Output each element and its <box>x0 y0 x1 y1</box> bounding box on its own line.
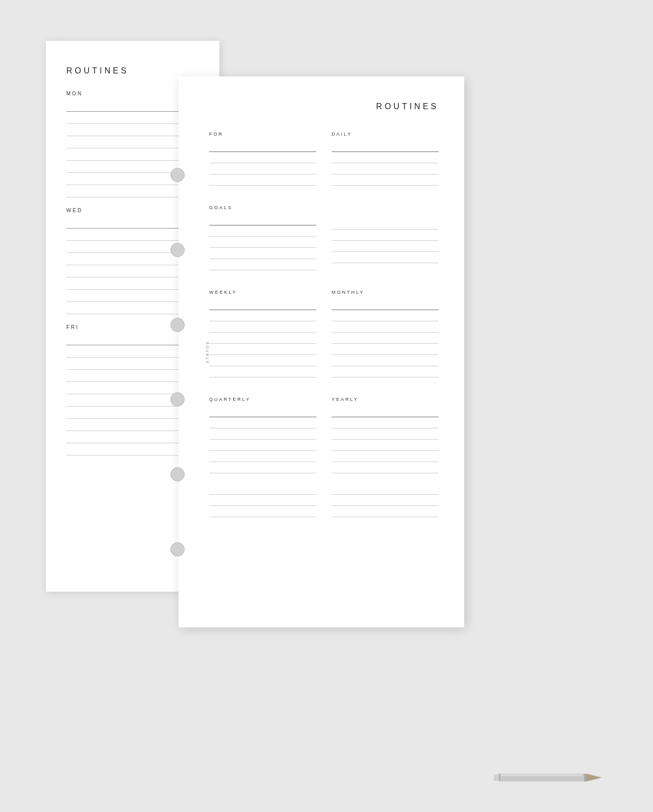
weekly-header-line <box>209 297 316 310</box>
line <box>209 259 316 270</box>
line <box>332 495 439 506</box>
line <box>332 451 439 462</box>
monthly-label: MONTHLY <box>332 290 439 295</box>
goals-col: GOALS <box>209 205 316 270</box>
section-for-daily: FOR DAILY <box>209 132 439 186</box>
section-quarterly-yearly: QUARTERLY YEARLY <box>209 397 439 473</box>
extra-lines-grid <box>209 484 439 517</box>
quarterly-label: QUARTERLY <box>209 397 316 402</box>
line <box>332 241 439 252</box>
line <box>209 333 316 344</box>
line <box>332 333 439 344</box>
line <box>209 225 316 237</box>
weekly-label: WEEKLY <box>209 290 316 295</box>
line <box>209 484 316 495</box>
line <box>209 417 316 428</box>
line <box>209 440 316 451</box>
back-page-title: ROUTINES <box>66 66 199 75</box>
binding-hole <box>170 318 185 332</box>
extra-left <box>209 484 316 517</box>
line <box>332 355 439 366</box>
line <box>209 310 316 321</box>
line <box>209 366 316 377</box>
line <box>332 163 439 174</box>
line <box>209 506 316 517</box>
svg-rect-5 <box>501 774 583 776</box>
line <box>209 163 316 174</box>
front-page: STATUS ROUTINES FOR DAILY G <box>179 77 464 627</box>
for-label: FOR <box>209 132 316 137</box>
spacer <box>209 280 439 290</box>
quarterly-header-line <box>209 404 316 417</box>
pencil-svg <box>490 769 602 786</box>
line <box>209 495 316 506</box>
line <box>209 355 316 366</box>
line <box>332 152 439 163</box>
line <box>332 506 439 517</box>
for-col: FOR <box>209 132 316 186</box>
for-header-line <box>209 139 316 152</box>
quarterly-col: QUARTERLY <box>209 397 316 473</box>
yearly-col: YEARLY <box>332 397 439 473</box>
extra-lines <box>209 484 439 517</box>
line <box>332 321 439 333</box>
line <box>209 248 316 259</box>
line <box>209 321 316 333</box>
quarterly-yearly-grid: QUARTERLY YEARLY <box>209 397 439 473</box>
binding-hole <box>170 542 185 556</box>
section-weekly-monthly: WEEKLY MONTHLY <box>209 290 439 377</box>
binding-hole <box>170 467 185 481</box>
line <box>332 344 439 355</box>
line <box>332 440 439 451</box>
section-goals: GOALS <box>209 205 439 270</box>
yearly-label: YEARLY <box>332 397 439 402</box>
line <box>209 428 316 440</box>
line <box>332 218 439 230</box>
weekly-col: WEEKLY <box>209 290 316 377</box>
pencil-container <box>490 769 602 786</box>
line <box>332 230 439 241</box>
goals-label: GOALS <box>209 205 316 210</box>
daily-col: DAILY <box>332 132 439 186</box>
line <box>332 366 439 377</box>
line <box>209 152 316 163</box>
daily-label: DAILY <box>332 132 439 137</box>
spacer <box>209 387 439 397</box>
line <box>332 174 439 186</box>
line <box>332 417 439 428</box>
yearly-header-line <box>332 404 439 417</box>
svg-marker-1 <box>587 774 602 781</box>
spacer <box>209 195 439 205</box>
line <box>209 237 316 248</box>
monthly-header-line <box>332 297 439 310</box>
binding-hole <box>170 243 185 257</box>
line <box>209 462 316 473</box>
line <box>332 484 439 495</box>
line <box>332 310 439 321</box>
monthly-col: MONTHLY <box>332 290 439 377</box>
line <box>209 451 316 462</box>
goals-grid: GOALS <box>209 205 439 270</box>
spacer <box>332 205 439 218</box>
line <box>209 344 316 355</box>
daily-cont-col <box>332 205 439 270</box>
svg-rect-4 <box>499 774 500 781</box>
line <box>209 174 316 186</box>
line <box>332 428 439 440</box>
goals-header-line <box>209 212 316 225</box>
weekly-monthly-grid: WEEKLY MONTHLY <box>209 290 439 377</box>
status-label-area: STATUS <box>202 341 211 364</box>
line <box>332 252 439 263</box>
extra-right <box>332 484 439 517</box>
binding-hole <box>170 392 185 407</box>
for-daily-grid: FOR DAILY <box>209 132 439 186</box>
line <box>332 462 439 473</box>
svg-rect-3 <box>584 774 587 781</box>
front-page-title: ROUTINES <box>209 102 439 111</box>
binding-holes <box>170 77 185 627</box>
daily-header-line <box>332 139 439 152</box>
status-label: STATUS <box>206 341 209 364</box>
binding-hole <box>170 168 185 182</box>
